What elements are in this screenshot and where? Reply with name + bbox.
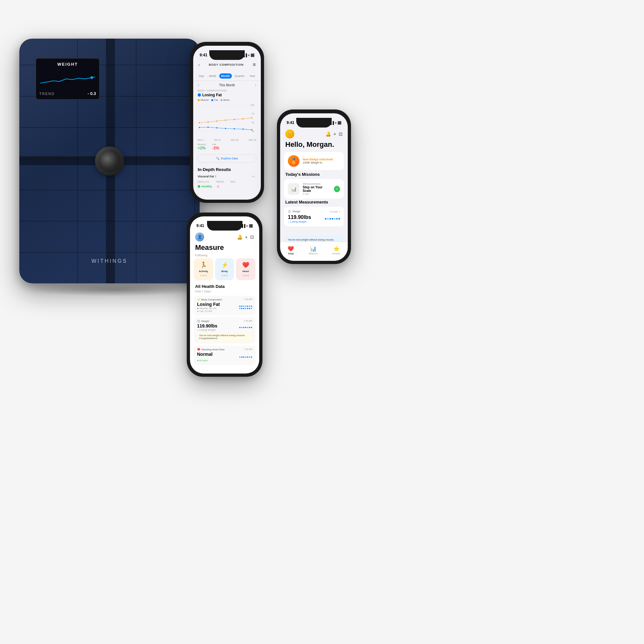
scale-display-title: WEIGHT — [39, 62, 96, 67]
svg-point-13 — [207, 127, 209, 128]
svg-point-6 — [207, 121, 209, 123]
weight-congrats: You've lost weight without losing muscle… — [197, 333, 252, 341]
today-icon: ❤️ — [288, 246, 294, 252]
latest-type: Weight — [292, 210, 300, 213]
category-cards: 🏃 Activity 2 of 3 ⚡ Body 3 of 5 ❤️ Heart… — [194, 258, 255, 280]
phone-1-header: ‹ BODY COMPOSITION ≡ — [193, 62, 261, 70]
latest-card[interactable]: ⚖️ Weight 7:42 AM › 119.90lbs ↓ Losing W… — [284, 207, 344, 226]
heart-icon: ❤️ — [242, 261, 249, 269]
metric-fat: Fat -2% — [212, 143, 219, 150]
mission-icon: 📊 — [288, 183, 299, 195]
period-nav: ‹ This Month › — [193, 81, 261, 89]
tab-achieve[interactable]: ⭐ Achieve — [332, 246, 340, 255]
tab-year[interactable]: Year — [247, 73, 257, 79]
svg-point-10 — [242, 118, 244, 119]
tab-today[interactable]: ❤️ Today — [288, 246, 294, 255]
hello-bell-icon[interactable]: 🔔 — [326, 131, 331, 137]
svg-point-15 — [225, 128, 226, 129]
legend-fat: Fat — [211, 99, 218, 101]
phone-2-time: 9:41 — [196, 223, 204, 228]
phone-1-time: 9:41 — [200, 53, 207, 57]
scale-brand: WITHINGS — [19, 258, 200, 264]
legend-muscle: Muscle — [198, 99, 209, 101]
menu-button[interactable]: ≡ — [253, 62, 256, 68]
body-icon: ⚡ — [221, 261, 228, 269]
scale-knob — [95, 147, 124, 175]
healthy-row: Healthy -2 — [193, 184, 261, 189]
badge-card: 🏅 New Badge Unlocked! 100th Weigh-in. — [284, 152, 344, 170]
tab-day[interactable]: Day — [197, 73, 206, 79]
svg-point-14 — [216, 127, 218, 128]
scale-shadow — [29, 283, 196, 296]
svg-point-9 — [234, 119, 235, 120]
health-cards: ⚡ Body Composition 7:42 AM Losing Fat ● … — [194, 296, 255, 365]
settings-icon[interactable]: ⊡ — [250, 234, 254, 240]
mission-card[interactable]: 📊 Measurement Step on Your Scale 1 min ✓ — [284, 179, 344, 199]
body-comp-card[interactable]: ⚡ Body Composition 7:42 AM Losing Fat ● … — [194, 296, 255, 315]
scale-wrapper: WEIGHT TREND - 0.3 WITHINGS — [19, 39, 206, 290]
category-heart[interactable]: ❤️ Heart 1 of 6 — [236, 258, 255, 280]
tab-week[interactable]: Week — [207, 73, 218, 79]
scene: WEIGHT TREND - 0.3 WITHINGS 9:41 — [0, 0, 644, 644]
hello-settings-icon[interactable]: ⊡ — [339, 131, 343, 137]
period-label: This Month — [219, 83, 235, 87]
latest-title: Latest Measurements — [285, 200, 328, 204]
explore-data-button[interactable]: 🔍 Explore Data — [198, 154, 256, 163]
missions-title: Today's Missions — [285, 172, 320, 177]
svg-point-16 — [234, 128, 235, 129]
scale-trend-label: TREND — [39, 92, 55, 96]
badge-icon: 🏅 — [288, 155, 299, 167]
activity-count: 2 of 3 — [200, 274, 207, 277]
status-text: Losing Fat — [202, 93, 222, 97]
mission-type: Measurement — [303, 182, 331, 185]
latest-value: 119.90lbs — [288, 214, 311, 220]
tab-measure[interactable]: 📊 Measure — [309, 246, 317, 255]
chart-x-labels: Mon 1 Mon 8 Mon 15 Mon 22 — [193, 139, 261, 141]
following-label: Following — [195, 254, 207, 257]
heart-rate-dots — [239, 356, 252, 358]
svg-point-7 — [216, 120, 218, 122]
phone-2-notch — [207, 221, 242, 231]
category-body[interactable]: ⚡ Body 3 of 5 — [215, 258, 234, 280]
body-count: 3 of 5 — [222, 274, 228, 277]
period-next[interactable]: › — [255, 83, 256, 87]
scale-display: WEIGHT TREND - 0.3 — [35, 58, 100, 100]
activity-label: Activity — [199, 270, 208, 273]
mission-title: Step on Your Scale — [303, 185, 331, 193]
mission-check: ✓ — [334, 186, 340, 192]
phone-hello: 9:41 ▐▐▐ ≈ ⬛ 😊 🔔 + ⊡ Hello, Morgan. 🏅 Ne… — [277, 109, 351, 264]
phone-measure: 9:41 ▐▐▐ ≈ ⬛ 👤 🔔 + ⊡ Measure Following 🏃… — [187, 213, 262, 377]
heart-label: Heart — [242, 270, 249, 273]
svg-text:100: 100 — [251, 104, 254, 106]
losing-fat-row: Losing Fat — [198, 93, 256, 97]
svg-text:75: 75 — [252, 113, 254, 115]
tab-quarter[interactable]: Quarter — [233, 73, 247, 79]
tab-month[interactable]: Month — [219, 73, 232, 79]
badge-desc: 100th Weigh-in. — [303, 161, 333, 164]
fat-dot — [198, 93, 201, 97]
scale-trend-value: - 0.3 — [88, 91, 96, 96]
all-health-title: All Health Data — [195, 284, 225, 289]
hello-avatar: 😊 — [285, 129, 294, 138]
in-depth-title: In-Depth Results — [193, 165, 261, 173]
greeting-text: Hello, Morgan. — [285, 140, 334, 149]
category-activity[interactable]: 🏃 Activity 2 of 3 — [194, 258, 213, 280]
plus-icon[interactable]: + — [245, 234, 248, 240]
achieve-icon: ⭐ — [333, 246, 340, 252]
bell-icon[interactable]: 🔔 — [237, 234, 242, 240]
period-prev[interactable]: ‹ — [198, 83, 199, 87]
latest-time: 7:42 AM — [329, 211, 338, 213]
hello-plus-icon[interactable]: + — [334, 131, 336, 137]
scale-chart — [39, 67, 96, 91]
svg-point-0 — [90, 76, 93, 79]
past-label: Past 7 Days — [195, 290, 211, 293]
latest-sub: Losing Weight — [290, 220, 307, 223]
legend-bone: Bone — [221, 99, 230, 101]
heart-rate-card[interactable]: ❤️ Standing Heart Rate 7:42 AM Normal ● … — [194, 346, 255, 365]
phone-3-notch — [296, 118, 332, 128]
weight-card[interactable]: ⚖️ Weight 7:42 AM 119.90lbs ↓ Losing Wei… — [194, 317, 255, 344]
activity-icon: 🏃 — [200, 261, 207, 269]
body-comp-section: BODY COMPOSITION Losing Fat Muscle Fat — [193, 89, 261, 101]
measure-avatar: 👤 — [195, 232, 204, 241]
body-label: Body — [222, 270, 228, 273]
